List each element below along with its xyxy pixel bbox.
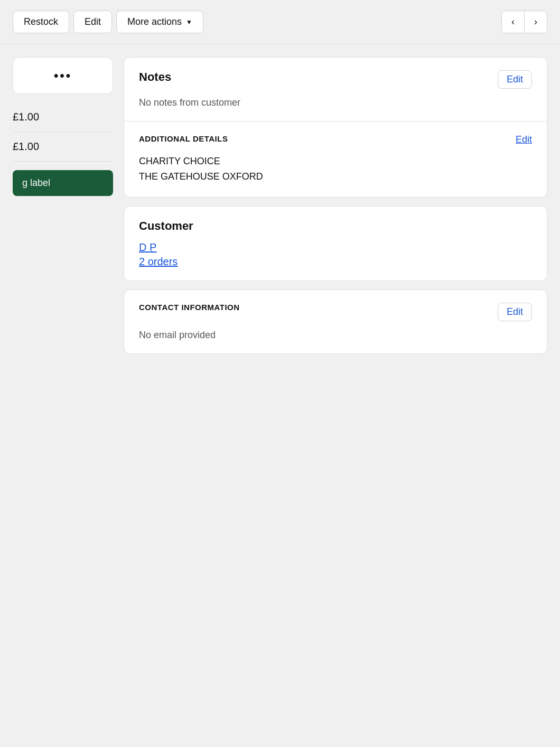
- contact-title: CONTACT INFORMATION: [139, 303, 240, 312]
- ellipsis-card: •••: [13, 57, 113, 94]
- additional-details-title: ADDITIONAL DETAILS: [139, 134, 228, 143]
- price-item-1: £1.00: [13, 102, 113, 132]
- more-actions-label: More actions: [127, 16, 182, 27]
- customer-orders-link[interactable]: 2 orders: [139, 256, 532, 268]
- next-button[interactable]: ›: [525, 11, 547, 33]
- nav-buttons: ‹ ›: [501, 11, 547, 33]
- additional-details-line2: THE GATEHOUSE OXFORD: [139, 169, 532, 184]
- customer-name-link[interactable]: D P: [139, 241, 532, 254]
- chevron-down-icon: ▼: [186, 18, 192, 26]
- additional-details-line1: CHARITY CHOICE: [139, 154, 532, 169]
- additional-details-content: CHARITY CHOICE THE GATEHOUSE OXFORD: [139, 154, 532, 184]
- contact-no-email-text: No email provided: [139, 330, 532, 341]
- price-value-1: £1.00: [13, 111, 39, 123]
- more-actions-button[interactable]: More actions ▼: [116, 11, 203, 33]
- contact-card: CONTACT INFORMATION Edit No email provid…: [124, 290, 547, 354]
- notes-header: Notes Edit: [139, 70, 532, 89]
- main-content: ••• £1.00 £1.00 g label Notes Edit No no…: [0, 44, 560, 367]
- ellipsis-dots: •••: [54, 68, 72, 83]
- additional-details-header: ADDITIONAL DETAILS Edit: [139, 134, 532, 145]
- left-column: ••• £1.00 £1.00 g label: [13, 57, 113, 354]
- prev-button[interactable]: ‹: [502, 11, 525, 33]
- edit-button[interactable]: Edit: [73, 11, 112, 33]
- restock-button[interactable]: Restock: [13, 11, 69, 33]
- additional-details-section: ADDITIONAL DETAILS Edit CHARITY CHOICE T…: [124, 121, 547, 197]
- right-column: Notes Edit No notes from customer ADDITI…: [124, 57, 547, 354]
- contact-section: CONTACT INFORMATION Edit No email provid…: [124, 290, 547, 353]
- customer-title: Customer: [139, 219, 193, 233]
- price-section: £1.00 £1.00: [13, 102, 113, 162]
- additional-details-edit-button[interactable]: Edit: [516, 134, 532, 145]
- customer-card: Customer D P 2 orders: [124, 206, 547, 281]
- price-item-2: £1.00: [13, 132, 113, 162]
- customer-section: Customer D P 2 orders: [124, 207, 547, 281]
- contact-header: CONTACT INFORMATION Edit: [139, 303, 532, 321]
- notes-section: Notes Edit No notes from customer: [124, 58, 547, 121]
- top-bar: Restock Edit More actions ▼ ‹ ›: [0, 0, 560, 44]
- contact-edit-button[interactable]: Edit: [498, 303, 532, 321]
- notes-title: Notes: [139, 70, 171, 84]
- notes-edit-button[interactable]: Edit: [498, 70, 532, 89]
- notes-additional-card: Notes Edit No notes from customer ADDITI…: [124, 57, 547, 198]
- green-label-button[interactable]: g label: [13, 170, 113, 196]
- customer-header: Customer: [139, 219, 532, 233]
- notes-empty-text: No notes from customer: [139, 97, 532, 108]
- price-value-2: £1.00: [13, 141, 39, 152]
